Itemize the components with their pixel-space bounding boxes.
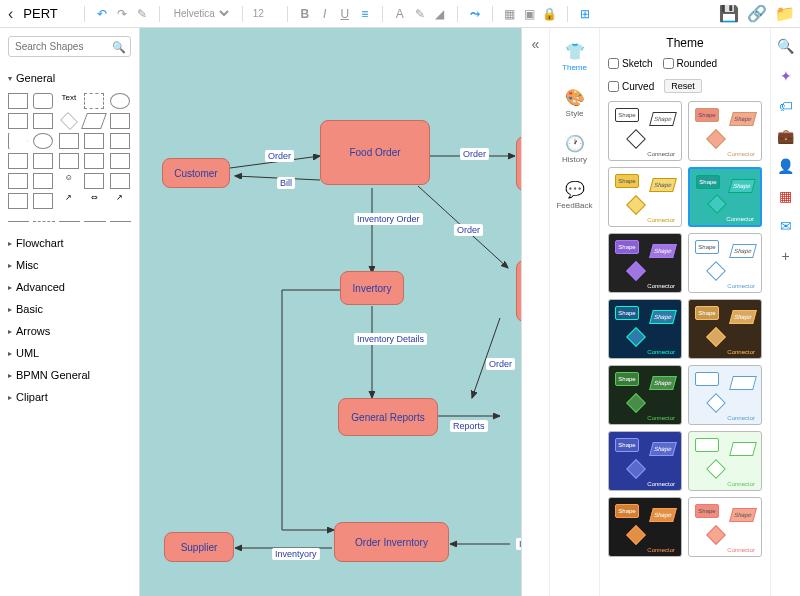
category-general[interactable]: General: [8, 67, 131, 89]
theme-thumb[interactable]: ShapeShapeConnector: [608, 497, 682, 557]
shape[interactable]: [110, 113, 130, 129]
shape[interactable]: [33, 153, 53, 169]
theme-thumb[interactable]: ShapeShapeConnector: [688, 365, 762, 425]
category-advanced[interactable]: Advanced: [8, 276, 131, 298]
shape[interactable]: [8, 173, 28, 189]
shape-diamond[interactable]: [60, 112, 78, 130]
mail-icon[interactable]: ✉: [778, 218, 794, 234]
add-icon[interactable]: +: [778, 248, 794, 264]
category-uml[interactable]: UML: [8, 342, 131, 364]
tab-style[interactable]: 🎨 Style: [550, 82, 599, 124]
font-color-icon[interactable]: A: [393, 7, 407, 21]
canvas[interactable]: Customer Food Order Invertory General Re…: [140, 28, 522, 596]
theme-thumb[interactable]: ShapeShapeConnector: [608, 299, 682, 359]
category-bpmn[interactable]: BPMN General: [8, 364, 131, 386]
shape[interactable]: [110, 173, 130, 189]
shape-rect[interactable]: [8, 93, 28, 109]
undo-icon[interactable]: ↶: [95, 7, 109, 21]
underline-icon[interactable]: U: [338, 7, 352, 21]
reset-button[interactable]: Reset: [664, 79, 702, 93]
shape-line[interactable]: [33, 221, 54, 222]
collapse-icon[interactable]: «: [532, 36, 540, 52]
theme-thumb[interactable]: ShapeShapeConnector: [688, 431, 762, 491]
tab-history[interactable]: 🕐 History: [550, 128, 599, 170]
shape[interactable]: [81, 113, 107, 129]
folder-icon[interactable]: 📁: [778, 7, 792, 21]
shape-text[interactable]: Text: [59, 93, 79, 109]
category-flowchart[interactable]: Flowchart: [8, 232, 131, 254]
briefcase-icon[interactable]: 💼: [778, 128, 794, 144]
shape[interactable]: [84, 133, 104, 149]
search-icon[interactable]: 🔍: [112, 41, 126, 54]
node-order-inventory[interactable]: Order Inverntory: [334, 522, 449, 562]
sketch-checkbox[interactable]: Sketch: [608, 58, 653, 69]
category-misc[interactable]: Misc: [8, 254, 131, 276]
shape[interactable]: [84, 153, 104, 169]
tab-feedback[interactable]: 💬 FeedBack: [550, 174, 599, 216]
theme-thumb[interactable]: ShapeShapeConnector: [688, 233, 762, 293]
curved-checkbox[interactable]: Curved: [608, 81, 654, 92]
shape-arrow[interactable]: ↗: [59, 193, 79, 209]
node-supplier[interactable]: Supplier: [164, 532, 234, 562]
node-inventory[interactable]: Invertory: [340, 271, 404, 305]
connector-icon[interactable]: ⤳: [468, 7, 482, 21]
bold-icon[interactable]: B: [298, 7, 312, 21]
group-icon[interactable]: ▣: [523, 7, 537, 21]
tag-icon[interactable]: 🏷: [778, 98, 794, 114]
shape[interactable]: [33, 173, 53, 189]
shape[interactable]: [84, 173, 104, 189]
theme-thumb[interactable]: ShapeShapeConnector: [608, 167, 682, 227]
shape[interactable]: [8, 153, 28, 169]
theme-thumb[interactable]: ShapeShapeConnector: [608, 431, 682, 491]
theme-thumb[interactable]: ShapeShapeConnector: [608, 365, 682, 425]
node-partial1[interactable]: [516, 136, 522, 191]
shape[interactable]: [59, 133, 79, 149]
theme-thumb[interactable]: ShapeShapeConnector: [688, 497, 762, 557]
person-icon[interactable]: 👤: [778, 158, 794, 174]
shape-line[interactable]: [110, 221, 131, 222]
shape-roundrect[interactable]: [33, 93, 53, 109]
shape[interactable]: [110, 133, 130, 149]
lock-icon[interactable]: 🔒: [543, 7, 557, 21]
theme-thumb[interactable]: ShapeShapeConnector: [688, 299, 762, 359]
shape-box[interactable]: [84, 93, 104, 109]
align-icon[interactable]: ≡: [358, 7, 372, 21]
highlight-icon[interactable]: ✎: [413, 7, 427, 21]
italic-icon[interactable]: I: [318, 7, 332, 21]
theme-thumb[interactable]: ShapeShapeConnector: [608, 101, 682, 161]
theme-thumb[interactable]: ShapeShapeConnector: [688, 101, 762, 161]
office-icon[interactable]: ▦: [778, 188, 794, 204]
category-clipart[interactable]: Clipart: [8, 386, 131, 408]
node-general-reports[interactable]: General Reports: [338, 398, 438, 436]
grid-icon[interactable]: ⊞: [578, 7, 592, 21]
shape[interactable]: [110, 153, 130, 169]
format-paint-icon[interactable]: ✎: [135, 7, 149, 21]
shape[interactable]: ⇔: [84, 193, 104, 209]
font-size-input[interactable]: [253, 8, 277, 19]
share-icon[interactable]: 🔗: [750, 7, 764, 21]
theme-thumb[interactable]: ShapeShapeConnector: [688, 167, 762, 227]
shape[interactable]: [8, 133, 28, 149]
shape[interactable]: [8, 193, 28, 209]
font-select[interactable]: Helvetica: [170, 7, 232, 20]
node-partial2[interactable]: [516, 260, 522, 322]
rounded-checkbox[interactable]: Rounded: [663, 58, 718, 69]
shape[interactable]: [8, 113, 28, 129]
back-icon[interactable]: ‹: [8, 5, 13, 23]
tab-theme[interactable]: 👕 Theme: [550, 36, 599, 78]
shape[interactable]: [33, 113, 53, 129]
node-food-order[interactable]: Food Order: [320, 120, 430, 185]
fill-icon[interactable]: ◢: [433, 7, 447, 21]
shape[interactable]: [33, 193, 53, 209]
shape-ellipse[interactable]: [110, 93, 130, 109]
shape[interactable]: [59, 153, 79, 169]
category-arrows[interactable]: Arrows: [8, 320, 131, 342]
category-basic[interactable]: Basic: [8, 298, 131, 320]
theme-thumb[interactable]: ShapeShapeConnector: [608, 233, 682, 293]
shape-actor[interactable]: ☺: [59, 173, 79, 189]
sparkle-icon[interactable]: ✦: [778, 68, 794, 84]
shape-line[interactable]: [59, 221, 80, 222]
shape-line[interactable]: [8, 221, 29, 222]
node-customer[interactable]: Customer: [162, 158, 230, 188]
search-icon[interactable]: 🔍: [778, 38, 794, 54]
